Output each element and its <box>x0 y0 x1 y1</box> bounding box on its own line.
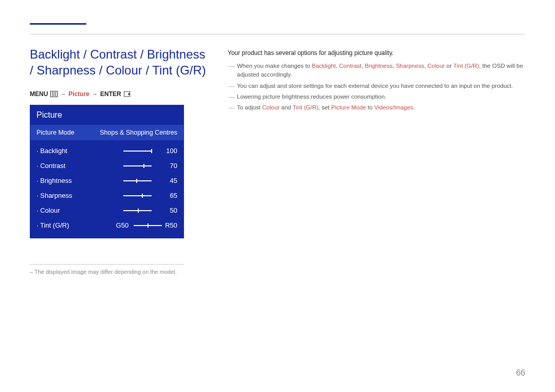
page-title: Backlight / Contrast / Brightness / Shar… <box>30 46 207 78</box>
osd-row-contrast: Contrast 70 <box>30 158 183 173</box>
osd-label: Brightness <box>36 177 85 184</box>
hl-term: Videos/Images <box>374 104 413 110</box>
sep: or <box>445 63 453 69</box>
header-rule <box>30 34 525 34</box>
osd-header: Picture <box>30 105 183 125</box>
note-item: To adjust Colour and Tint (G/R), set Pic… <box>228 103 529 112</box>
slider-track <box>123 210 152 211</box>
tint-thumb <box>147 223 149 228</box>
hl-term: Colour <box>428 63 445 69</box>
note-text: , set <box>319 104 331 110</box>
slider-thumb <box>142 194 143 198</box>
right-column: Your product has several options for adj… <box>228 46 529 275</box>
osd-tint-slider: G50 R50 <box>85 221 177 229</box>
slider-track <box>123 151 152 152</box>
accent-bar <box>30 23 86 25</box>
hl-term: Tint (G/R) <box>453 63 479 69</box>
slider-thumb <box>136 179 137 183</box>
arrow-icon: → <box>92 91 98 97</box>
osd-row-brightness: Brightness 45 <box>30 173 183 188</box>
osd-value: 70 <box>162 162 177 170</box>
note-text: to <box>366 104 374 110</box>
osd-slider: 50 <box>85 207 177 214</box>
osd-row-tint: Tint (G/R) G50 R50 <box>30 218 183 233</box>
left-column: Backlight / Contrast / Brightness / Shar… <box>30 46 207 275</box>
osd-mode-label: Picture Mode <box>36 129 75 136</box>
osd-label: Backlight <box>36 147 85 155</box>
arrow-icon: → <box>60 91 66 97</box>
osd-mode-value: Shops & Shopping Centres <box>100 129 177 136</box>
manual-page: Backlight / Contrast / Brightness / Shar… <box>0 0 555 392</box>
osd-settings-list: Backlight 100 Contrast 70 <box>30 140 183 238</box>
osd-value: 45 <box>162 177 177 184</box>
note-item: Lowering picture brightness reduces powe… <box>228 92 529 101</box>
slider-track <box>123 195 152 196</box>
tint-track <box>134 225 162 226</box>
osd-slider: 65 <box>85 192 177 199</box>
osd-label: Contrast <box>36 162 85 170</box>
menu-icon <box>50 91 58 97</box>
osd-label: Tint (G/R) <box>36 221 85 229</box>
slider-thumb <box>138 209 139 213</box>
osd-label: Sharpness <box>36 192 85 199</box>
page-number: 66 <box>516 368 525 378</box>
note-item: When you make changes to Backlight, Cont… <box>228 62 529 80</box>
hl-term: Tint (G/R) <box>293 104 319 110</box>
osd-value: 50 <box>162 207 177 214</box>
tint-g-value: G50 <box>116 221 129 229</box>
osd-slider: 70 <box>85 162 177 170</box>
slider-thumb <box>151 149 152 153</box>
menu-path: MENU → Picture → ENTER <box>30 90 207 98</box>
footnote-rule <box>30 264 184 265</box>
slider-track <box>123 180 152 181</box>
osd-value: 100 <box>162 147 177 155</box>
osd-slider: 45 <box>85 177 177 184</box>
hl-term: Picture Mode <box>331 104 366 110</box>
hl-term: Backlight <box>312 63 336 69</box>
hl-term: Sharpness <box>396 63 424 69</box>
osd-preview: Picture Picture Mode Shops & Shopping Ce… <box>30 105 184 238</box>
tint-r-value: R50 <box>165 221 177 229</box>
osd-picture-mode-row: Picture Mode Shops & Shopping Centres <box>30 125 183 140</box>
nav-menu-label: MENU <box>30 90 48 98</box>
note-text: To adjust <box>237 104 262 110</box>
footnote-text: – The displayed image may differ dependi… <box>30 269 207 275</box>
intro-text: Your product has several options for adj… <box>228 49 529 57</box>
slider-track <box>123 165 152 166</box>
content-columns: Backlight / Contrast / Brightness / Shar… <box>30 46 529 275</box>
note-text: . <box>413 104 415 110</box>
nav-enter-label: ENTER <box>100 90 121 98</box>
hl-term: Brightness <box>365 63 393 69</box>
note-text: When you make changes to <box>237 63 312 69</box>
osd-row-backlight: Backlight 100 <box>30 143 183 158</box>
hl-term: Contrast <box>339 63 361 69</box>
osd-row-colour: Colour 50 <box>30 203 183 218</box>
osd-label: Colour <box>36 207 85 214</box>
slider-thumb <box>143 164 144 168</box>
enter-icon <box>124 91 131 97</box>
osd-value: 65 <box>162 192 177 199</box>
hl-term: Colour <box>262 104 280 110</box>
note-item: You can adjust and store settings for ea… <box>228 82 529 90</box>
note-text: and <box>280 104 292 110</box>
nav-picture-label: Picture <box>68 90 89 98</box>
notes-list: When you make changes to Backlight, Cont… <box>228 62 529 112</box>
osd-row-sharpness: Sharpness 65 <box>30 188 183 203</box>
osd-slider: 100 <box>85 147 177 155</box>
